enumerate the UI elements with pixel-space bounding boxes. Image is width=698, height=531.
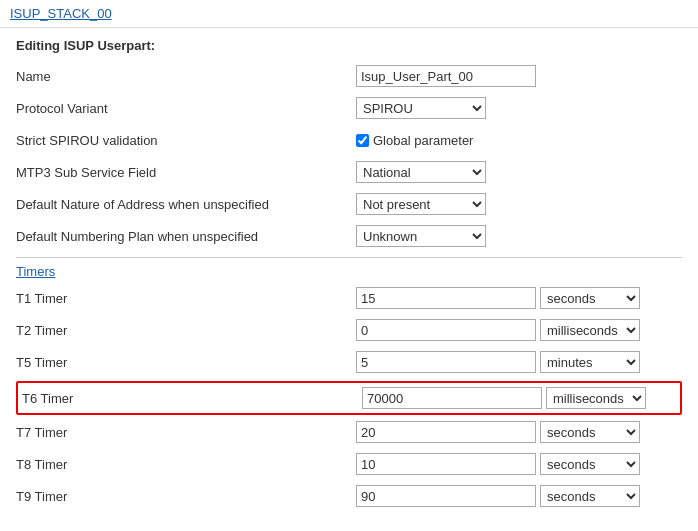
timer-value-input[interactable] <box>356 319 536 341</box>
timer-control: secondsmillisecondsminutes <box>356 287 640 309</box>
protocol-variant-row: Protocol Variant SPIROU ITU ANSI <box>16 95 682 121</box>
timer-control: secondsmillisecondsminutes <box>356 485 640 507</box>
name-label: Name <box>16 69 356 84</box>
timer-unit-select[interactable]: secondsmillisecondsminutes <box>540 319 640 341</box>
timer-label: T1 Timer <box>16 291 356 306</box>
timer-unit-select[interactable]: secondsmillisecondsminutes <box>540 485 640 507</box>
timer-value-input[interactable] <box>356 421 536 443</box>
protocol-variant-select[interactable]: SPIROU ITU ANSI <box>356 97 486 119</box>
timer-value-input[interactable] <box>356 351 536 373</box>
timer-row: T7 Timersecondsmillisecondsminutes <box>16 419 682 445</box>
timer-unit-select[interactable]: secondsmillisecondsminutes <box>540 421 640 443</box>
mtp3-control: National International Spare <box>356 161 486 183</box>
timer-value-input[interactable] <box>356 453 536 475</box>
timer-label: T9 Timer <box>16 489 356 504</box>
timer-value-input[interactable] <box>356 287 536 309</box>
timers-section: Timers T1 Timersecondsmillisecondsminute… <box>16 257 682 509</box>
timer-row: T5 Timersecondsmillisecondsminutes <box>16 349 682 375</box>
timer-unit-select[interactable]: secondsmillisecondsminutes <box>540 453 640 475</box>
mtp3-row: MTP3 Sub Service Field National Internat… <box>16 159 682 185</box>
protocol-variant-control: SPIROU ITU ANSI <box>356 97 486 119</box>
timer-control: secondsmillisecondsminutes <box>356 319 640 341</box>
timer-label: T7 Timer <box>16 425 356 440</box>
strict-spirou-row: Strict SPIROU validation Global paramete… <box>16 127 682 153</box>
default-numbering-select[interactable]: Unknown ISDN Spare <box>356 225 486 247</box>
timer-control: secondsmillisecondsminutes <box>356 351 640 373</box>
timers-label[interactable]: Timers <box>16 264 55 279</box>
protocol-variant-label: Protocol Variant <box>16 101 356 116</box>
timer-row: T1 Timersecondsmillisecondsminutes <box>16 285 682 311</box>
default-numbering-control: Unknown ISDN Spare <box>356 225 486 247</box>
name-input[interactable] <box>356 65 536 87</box>
timer-row: T9 Timersecondsmillisecondsminutes <box>16 483 682 509</box>
strict-spirou-control: Global parameter <box>356 133 473 148</box>
strict-spirou-label: Strict SPIROU validation <box>16 133 356 148</box>
section-title: Editing ISUP Userpart: <box>16 38 682 53</box>
timer-row: T8 Timersecondsmillisecondsminutes <box>16 451 682 477</box>
timer-value-input[interactable] <box>356 485 536 507</box>
breadcrumb-link[interactable]: ISUP_STACK_00 <box>10 6 112 21</box>
default-nature-row: Default Nature of Address when unspecifi… <box>16 191 682 217</box>
timer-unit-select[interactable]: secondsmillisecondsminutes <box>540 287 640 309</box>
name-control <box>356 65 536 87</box>
name-row: Name <box>16 63 682 89</box>
default-nature-select[interactable]: Not present National International <box>356 193 486 215</box>
timer-label: T5 Timer <box>16 355 356 370</box>
strict-spirou-checkbox[interactable] <box>356 134 369 147</box>
timer-unit-select[interactable]: secondsmillisecondsminutes <box>540 351 640 373</box>
timer-row: T2 Timersecondsmillisecondsminutes <box>16 317 682 343</box>
default-numbering-row: Default Numbering Plan when unspecified … <box>16 223 682 249</box>
timer-row: T6 Timersecondsmillisecondsminutes <box>22 385 676 411</box>
global-param-label: Global parameter <box>373 133 473 148</box>
timer-control: secondsmillisecondsminutes <box>356 453 640 475</box>
timer-label: T2 Timer <box>16 323 356 338</box>
timer-value-input[interactable] <box>362 387 542 409</box>
mtp3-select[interactable]: National International Spare <box>356 161 486 183</box>
timer-label: T6 Timer <box>22 391 362 406</box>
timer-control: secondsmillisecondsminutes <box>362 387 646 409</box>
highlighted-timer-row: T6 Timersecondsmillisecondsminutes <box>16 381 682 415</box>
timer-control: secondsmillisecondsminutes <box>356 421 640 443</box>
mtp3-label: MTP3 Sub Service Field <box>16 165 356 180</box>
default-nature-label: Default Nature of Address when unspecifi… <box>16 197 356 212</box>
timer-unit-select[interactable]: secondsmillisecondsminutes <box>546 387 646 409</box>
default-numbering-label: Default Numbering Plan when unspecified <box>16 229 356 244</box>
timer-label: T8 Timer <box>16 457 356 472</box>
default-nature-control: Not present National International <box>356 193 486 215</box>
